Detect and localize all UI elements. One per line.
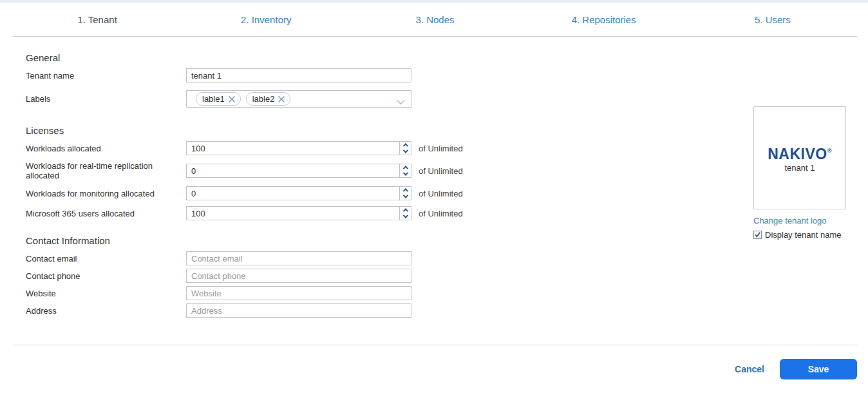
- website-row: Website: [26, 286, 868, 300]
- m365-users-label: Microsoft 365 users allocated: [26, 209, 186, 218]
- spinner-down-button[interactable]: [400, 193, 411, 200]
- labels-multiselect[interactable]: lable1 lable2: [186, 90, 411, 108]
- m365-users-spinner: [399, 207, 411, 220]
- workloads-allocated-row: Workloads allocated of Unlimited: [26, 141, 868, 155]
- step-repositories[interactable]: 4. Repositories: [520, 14, 688, 25]
- nakivo-logo-text: NAKIVO: [768, 146, 827, 162]
- address-label: Address: [26, 306, 186, 316]
- realtime-replication-limit: of Unlimited: [419, 166, 463, 176]
- contact-email-label: Contact email: [26, 254, 186, 264]
- step-users[interactable]: 5. Users: [688, 14, 857, 25]
- website-input[interactable]: [186, 286, 411, 300]
- licenses-section-heading: Licenses: [26, 125, 868, 136]
- contact-email-input[interactable]: [186, 251, 411, 265]
- contact-phone-input[interactable]: [186, 269, 411, 283]
- step-inventory[interactable]: 2. Inventory: [182, 14, 350, 25]
- tenant-logo-box: NAKIVO® tenant 1: [753, 106, 846, 209]
- workloads-allocated-input[interactable]: [186, 141, 411, 155]
- cancel-button[interactable]: Cancel: [735, 364, 764, 374]
- contact-phone-row: Contact phone: [26, 269, 868, 283]
- workloads-allocated-label: Workloads allocated: [26, 144, 186, 153]
- chevron-down-icon: [402, 148, 408, 153]
- logo-tenant-name: tenant 1: [785, 163, 815, 173]
- contact-section-heading: Contact Information: [26, 235, 868, 246]
- chevron-down-icon: [402, 213, 408, 218]
- workloads-allocated-spinner: [399, 142, 411, 155]
- monitoring-label: Workloads for monitoring allocated: [26, 189, 186, 198]
- footer-bar: Cancel Save: [13, 345, 857, 393]
- tenant-form: General Tenant name Labels lable1 lable2: [0, 52, 868, 318]
- m365-users-input[interactable]: [186, 206, 411, 220]
- labels-row: Labels lable1 lable2: [26, 90, 868, 108]
- realtime-replication-row: Workloads for real-time replication allo…: [26, 161, 868, 180]
- monitoring-limit: of Unlimited: [419, 189, 463, 198]
- display-tenant-name-label: Display tenant name: [765, 230, 842, 240]
- address-row: Address: [26, 303, 868, 318]
- step-tenant[interactable]: 1. Tenant: [13, 14, 182, 25]
- registered-mark: ®: [827, 148, 832, 154]
- spinner-down-button[interactable]: [400, 171, 411, 177]
- realtime-replication-spinner: [399, 164, 411, 177]
- address-input[interactable]: [186, 303, 411, 318]
- remove-label-icon[interactable]: [228, 95, 236, 103]
- remove-label-icon[interactable]: [278, 95, 285, 103]
- label-chip-text: lable1: [202, 94, 225, 104]
- workloads-allocated-limit: of Unlimited: [419, 144, 463, 153]
- change-tenant-logo-link[interactable]: Change tenant logo: [753, 216, 846, 225]
- display-tenant-name-row: Display tenant name: [753, 230, 846, 240]
- spinner-down-button[interactable]: [400, 148, 411, 155]
- m365-users-limit: of Unlimited: [419, 209, 463, 218]
- save-button[interactable]: Save: [780, 359, 857, 379]
- display-tenant-name-checkbox[interactable]: [753, 231, 762, 239]
- m365-users-row: Microsoft 365 users allocated of Unlimit…: [26, 206, 868, 220]
- website-label: Website: [26, 289, 186, 298]
- labels-label: Labels: [26, 94, 186, 104]
- contact-phone-label: Contact phone: [26, 271, 186, 281]
- tenant-name-row: Tenant name: [26, 68, 868, 82]
- realtime-replication-label: Workloads for real-time replication allo…: [26, 161, 186, 180]
- chevron-down-icon: [402, 170, 408, 175]
- label-chip: lable1: [196, 92, 241, 106]
- spinner-down-button[interactable]: [400, 213, 411, 220]
- step-nodes[interactable]: 3. Nodes: [350, 14, 519, 25]
- tenant-name-input[interactable]: [186, 68, 411, 82]
- chevron-down-icon[interactable]: [397, 96, 405, 108]
- monitoring-spinner: [399, 187, 411, 200]
- contact-email-row: Contact email: [26, 251, 868, 265]
- wizard-step-bar: 1. Tenant 2. Inventory 3. Nodes 4. Repos…: [13, 3, 857, 37]
- nakivo-logo: NAKIVO®: [768, 143, 832, 162]
- monitoring-row: Workloads for monitoring allocated of Un…: [26, 186, 868, 200]
- chevron-down-icon: [402, 193, 408, 198]
- tenant-name-label: Tenant name: [26, 71, 186, 81]
- realtime-replication-input[interactable]: [186, 164, 411, 178]
- branding-panel: NAKIVO® tenant 1 Change tenant logo Disp…: [753, 106, 846, 240]
- label-chip-text: lable2: [252, 94, 275, 104]
- monitoring-input[interactable]: [186, 186, 411, 200]
- general-section-heading: General: [26, 52, 868, 63]
- label-chip: lable2: [246, 92, 291, 106]
